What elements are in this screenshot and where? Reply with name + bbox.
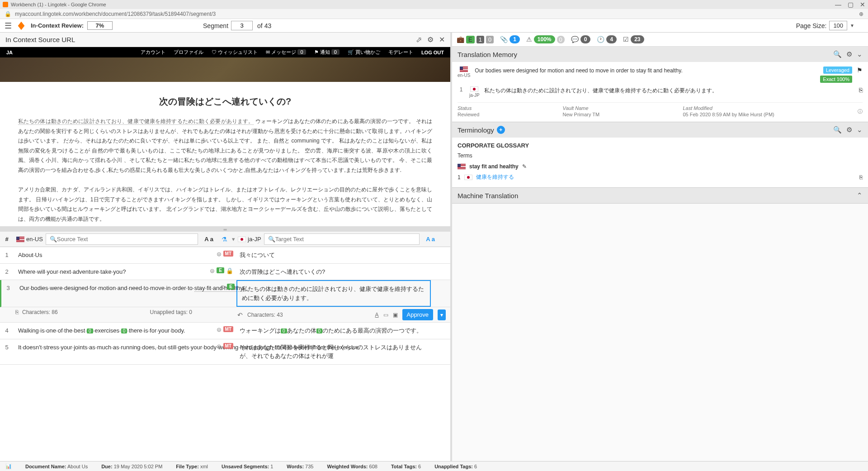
add-term-icon[interactable]: +: [497, 126, 505, 134]
target-text[interactable]: ウォーキングは0あなたの体0のためにある最高の演習の一つです。: [235, 323, 429, 339]
copy-icon[interactable]: ⎘: [859, 86, 863, 94]
source-text: Where·will·your·next·adventure·take·you?: [14, 264, 208, 280]
jp-flag-icon: [464, 175, 472, 180]
copy-icon[interactable]: ⎘: [15, 309, 19, 320]
segment-total: of 43: [257, 22, 271, 29]
filter-tag-icon: ⊜: [210, 267, 215, 274]
preview-text: 私たちの体は動きのために設計されており、健康で健康を維持するために動く必要があり…: [18, 117, 432, 224]
filter-tag-icon: ⊜: [217, 343, 222, 350]
target-text[interactable]: それはあなたの関節を実行すると同じくらいのストレスはありませんが、それでもあなた…: [235, 339, 429, 364]
card-icon[interactable]: ▭: [383, 312, 388, 318]
src-search-box[interactable]: 🔍: [46, 233, 198, 245]
nav-cart[interactable]: 🛒 買い物かご: [348, 49, 380, 56]
chevron-down-icon[interactable]: ⌄: [857, 126, 863, 134]
segment-row[interactable]: 4 Walking·is·one·of·the·best·0·exercises…: [0, 323, 450, 339]
chat-icon[interactable]: 💬: [571, 36, 579, 43]
window-title: Workbench (1) - Lingotek - Google Chrome: [11, 2, 106, 7]
window-titlebar: Workbench (1) - Lingotek - Google Chrome…: [0, 0, 868, 9]
nav-wishlist[interactable]: ♡ ウィッシュリスト: [212, 49, 258, 56]
gear-icon[interactable]: ⚙: [846, 126, 852, 134]
us-flag-icon: [458, 164, 466, 169]
preview-lang-badge: JA: [6, 50, 13, 55]
nav-moderate[interactable]: モデレート: [388, 49, 413, 56]
terms-label: Terms: [458, 152, 863, 159]
context-review-label: In-Context Review:: [31, 22, 84, 29]
page-size-value[interactable]: 100: [829, 21, 847, 30]
src-case-toggle[interactable]: A a: [204, 236, 213, 243]
chevron-down-icon[interactable]: ⌄: [857, 50, 863, 58]
clock-icon[interactable]: 🕐: [597, 36, 604, 43]
top-toolbar: ☰ In-Context Review: 7% Segment of 43 Pa…: [0, 19, 868, 33]
segment-row[interactable]: 1 About·Us ⊜MT 我々について: [0, 247, 450, 264]
edit-icon[interactable]: ✎: [522, 163, 527, 170]
nav-messages[interactable]: ✉ メッセージ 0: [266, 49, 306, 56]
left-pane: In Context Source URL ⬀ ⚙ ✕ JA アカウント プロフ…: [0, 33, 452, 462]
segment-row-active[interactable]: 3 Our·bodies·were·designed·for·motion·an…: [0, 280, 450, 307]
context-header: In Context Source URL ⬀ ⚙ ✕: [0, 33, 450, 47]
target-text[interactable]: 次の冒険はどこへ連れていくの?: [235, 264, 429, 280]
search-icon[interactable]: 🔍: [833, 50, 842, 58]
close-icon[interactable]: ✕: [860, 1, 865, 8]
info-icon[interactable]: ⓘ: [858, 108, 863, 115]
undo-icon[interactable]: ↶: [237, 311, 243, 319]
horizontal-divider[interactable]: ═: [0, 228, 450, 232]
minimize-icon[interactable]: —: [835, 1, 841, 8]
addr-menu-icon[interactable]: ⊕: [859, 11, 863, 17]
open-external-icon[interactable]: ⬀: [416, 35, 422, 44]
tgt-char-count: Characters: 43: [247, 312, 283, 318]
close-context-icon[interactable]: ✕: [439, 35, 445, 44]
page-size-dropdown-icon[interactable]: ▼: [850, 23, 854, 28]
nav-account[interactable]: アカウント: [141, 49, 165, 56]
grid-header: # en-US 🔍 A a ⚗ ▾ ja-JP: [0, 232, 450, 247]
source-text: Walking·is·one·of·the·best·0·exercises·0…: [14, 323, 208, 339]
target-text[interactable]: 我々について: [235, 247, 429, 263]
tm-target-text: 私たちの体は動きのために設計されており、健康で健康を維持するために動く必要があり…: [484, 86, 854, 95]
jp-flag-icon: [238, 237, 246, 242]
nav-logout[interactable]: LOG OUT: [421, 50, 444, 55]
warning-icon[interactable]: ⚠: [526, 36, 532, 43]
unapplied-tags: Unapplied tags: 0: [150, 309, 192, 320]
format-underline-icon[interactable]: A: [375, 312, 379, 318]
segment-row[interactable]: 2 Where·will·your·next·adventure·take·yo…: [0, 264, 450, 281]
tgt-search-box[interactable]: 🔍: [264, 233, 420, 245]
segment-row[interactable]: 5 It·doesn't·stress·your·joints·as·much·…: [0, 339, 450, 365]
nav-profile[interactable]: プロファイル: [174, 49, 203, 56]
filter-icon[interactable]: ⚗: [222, 236, 227, 243]
menu-icon[interactable]: ☰: [5, 21, 12, 31]
gear-icon[interactable]: ⚙: [427, 35, 434, 44]
us-flag-icon: [16, 237, 24, 242]
search-icon: 🔍: [268, 236, 275, 243]
attachment-icon[interactable]: 📎: [500, 36, 508, 43]
copy-icon[interactable]: ⎘: [859, 174, 863, 181]
chevron-up-icon[interactable]: ⌃: [857, 191, 863, 200]
flag-icon[interactable]: ⚑: [857, 67, 863, 74]
preview-nav: JA アカウント プロファイル ♡ ウィッシュリスト ✉ メッセージ 0 ⚑ 通…: [0, 47, 450, 57]
mt-tag: MT: [223, 251, 233, 257]
term-num: 1: [458, 174, 461, 181]
e-tag: E: [217, 267, 224, 273]
check-icon[interactable]: ☑: [623, 36, 629, 43]
e-badge: E: [466, 36, 475, 43]
search-icon[interactable]: 🔍: [833, 126, 842, 134]
lock-icon: 🔒: [226, 267, 233, 274]
leveraged-tag: Leveraged: [823, 67, 852, 74]
filter-tag-icon: ⊜: [220, 284, 225, 290]
filter-dropdown-icon[interactable]: ▾: [232, 236, 235, 243]
maximize-icon[interactable]: ▢: [848, 1, 854, 8]
approve-dropdown-icon[interactable]: ▾: [438, 309, 446, 320]
target-editor[interactable]: 私たちの体は動きのために設計されており、健康で健康を維持するために動く必要があり…: [236, 280, 431, 307]
src-lang-label: en-US: [26, 236, 43, 243]
approve-button[interactable]: Approve: [402, 309, 433, 320]
num-header: #: [0, 236, 14, 243]
folder-icon[interactable]: ▣: [393, 312, 398, 318]
segment-number-input[interactable]: [231, 21, 253, 30]
src-search-input[interactable]: [57, 236, 194, 243]
nav-notice[interactable]: ⚑ 通知 0: [314, 49, 340, 56]
right-pane: 💼E10 📎1 ⚠100%0 💬0 🕐4 ☑23 Translation Mem…: [452, 33, 868, 462]
gear-icon[interactable]: ⚙: [846, 50, 852, 58]
url-text[interactable]: myaccount.lingotek.com/workbench/documen…: [15, 11, 216, 17]
tgt-search-input[interactable]: [275, 236, 416, 243]
tgt-case-toggle[interactable]: A a: [426, 236, 435, 243]
segment-num: 5: [0, 339, 14, 364]
logo-icon[interactable]: [16, 21, 26, 31]
